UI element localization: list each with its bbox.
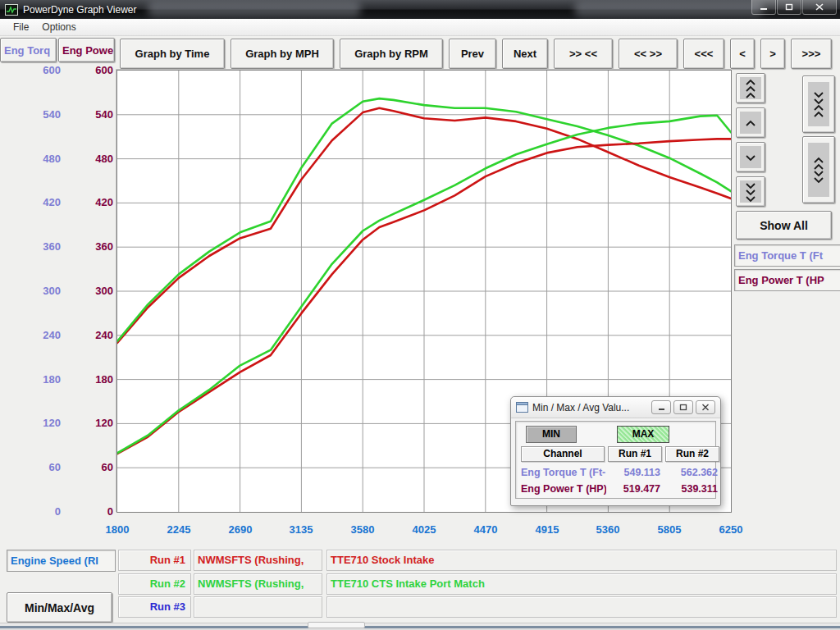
rpm-tick-4470: 4470 xyxy=(459,523,512,536)
run-desc-1[interactable]: TTE710 Stock Intake xyxy=(326,550,837,571)
chevron-up-icon xyxy=(740,112,761,134)
run-name-1[interactable]: NWMSFTS (Rushing, xyxy=(194,550,322,571)
power-tick-300: 300 xyxy=(56,284,113,299)
nav-button-[interactable]: >> << xyxy=(554,39,613,69)
chevron-down-button[interactable] xyxy=(736,142,765,172)
minmax-row: Eng Torque T (Ft-549.113562.362 xyxy=(521,467,710,478)
minmax-channel-name: Eng Power T (HP) xyxy=(521,483,606,495)
run-label-1[interactable]: Run #1 xyxy=(118,550,191,571)
nav-button-next[interactable]: Next xyxy=(502,39,548,69)
nav-button-[interactable]: > xyxy=(760,39,785,69)
power-tick-180: 180 xyxy=(56,372,113,387)
rpm-tick-5805: 5805 xyxy=(643,523,696,536)
minmax-window-body: MIN MAX ChannelRun #1Run #2 Eng Torque T… xyxy=(515,421,716,499)
nav-button-[interactable]: < xyxy=(730,39,755,69)
taskbar-fragment xyxy=(308,622,365,628)
minmax-window-title: Min / Max / Avg Valu... xyxy=(532,402,649,413)
close-icon[interactable] xyxy=(696,400,715,414)
power-tick-120: 120 xyxy=(56,416,113,431)
chevron-triple-down-icon xyxy=(740,180,761,203)
torque-tick-420: 420 xyxy=(3,195,61,210)
power-tick-60: 60 xyxy=(56,460,113,475)
torque-tick-120: 120 xyxy=(3,416,61,431)
show-all-button[interactable]: Show All xyxy=(736,211,832,240)
chevron-up-button[interactable] xyxy=(736,107,765,138)
rpm-tick-2245: 2245 xyxy=(153,523,205,536)
chevron-glyphs xyxy=(811,90,826,118)
torque-tick-180: 180 xyxy=(3,372,61,387)
restore-icon[interactable] xyxy=(673,400,693,414)
chevron-glyphs xyxy=(743,153,758,162)
chevron-glyphs xyxy=(743,78,758,99)
panel-channel-label-torque[interactable]: Eng Torque T (Ft xyxy=(734,244,840,267)
minimize-icon[interactable] xyxy=(651,400,671,414)
panel-channel-label-power[interactable]: Eng Power T (HP xyxy=(734,269,840,291)
chevron-up-up-down-down-button[interactable] xyxy=(802,136,835,203)
minmax-col-channel[interactable]: Channel xyxy=(521,446,605,462)
chevron-triple-up-icon xyxy=(740,77,761,99)
channel-button-group: Eng TorqEng Powe xyxy=(0,38,115,62)
nav-button-prev[interactable]: Prev xyxy=(449,39,496,69)
run-desc-3[interactable] xyxy=(326,596,837,618)
nav-button-graph-by-time[interactable]: Graph by Time xyxy=(120,39,225,69)
power-tick-600: 600 xyxy=(56,63,113,78)
minmax-run2-value: 562.362 xyxy=(667,467,721,478)
minmax-run1-value: 519.477 xyxy=(609,483,664,495)
chevron-glyphs xyxy=(743,119,758,127)
max-button[interactable]: MAX xyxy=(617,426,669,443)
nav-button-graph-by-rpm[interactable]: Graph by RPM xyxy=(340,39,443,69)
minimize-icon[interactable] xyxy=(751,0,776,15)
minmax-run1-value: 549.113 xyxy=(609,467,664,478)
minmax-col-run-2[interactable]: Run #2 xyxy=(665,446,719,462)
nav-button-graph-by-mph[interactable]: Graph by MPH xyxy=(231,39,334,69)
nav-button-[interactable]: <<< xyxy=(683,39,724,69)
minmax-window-titlebar[interactable]: Min / Max / Avg Valu... xyxy=(511,397,720,418)
app-icon xyxy=(5,4,18,16)
title-bar[interactable]: PowerDyne Graph Viewer xyxy=(0,0,840,19)
run-name-3[interactable] xyxy=(194,596,322,618)
torque-tick-300: 300 xyxy=(3,284,61,299)
form-window-icon xyxy=(516,402,528,413)
power-tick-420: 420 xyxy=(56,195,113,210)
channel-button-power[interactable]: Eng Powe xyxy=(58,38,115,62)
power-tick-360: 360 xyxy=(56,240,113,254)
run-label-3[interactable]: Run #3 xyxy=(118,596,191,618)
nav-button-[interactable]: >>> xyxy=(791,39,832,69)
power-tick-240: 240 xyxy=(56,328,113,343)
chevron-triple-down-button[interactable] xyxy=(736,176,765,207)
run-desc-2[interactable]: TTE710 CTS Intake Port Match xyxy=(326,573,837,595)
menu-file[interactable]: File xyxy=(7,20,35,34)
minmax-channel-name: Eng Torque T (Ft- xyxy=(521,467,606,478)
rpm-tick-3580: 3580 xyxy=(336,523,389,536)
torque-tick-0: 0 xyxy=(3,504,61,519)
rpm-tick-1800: 1800 xyxy=(91,523,144,536)
power-tick-540: 540 xyxy=(56,107,113,122)
torque-tick-360: 360 xyxy=(3,240,61,254)
minmax-col-run-1[interactable]: Run #1 xyxy=(608,446,662,462)
minmax-table-header: ChannelRun #1Run #2 xyxy=(521,446,710,462)
menu-options[interactable]: Options xyxy=(35,20,82,34)
menu-bar: FileOptions xyxy=(0,19,840,36)
chevron-glyphs xyxy=(811,156,826,184)
torque-tick-540: 540 xyxy=(3,107,61,122)
run-label-2[interactable]: Run #2 xyxy=(118,573,191,595)
chevron-triple-up-button[interactable] xyxy=(736,73,765,103)
nav-button-[interactable]: << >> xyxy=(619,39,678,69)
channel-button-torque[interactable]: Eng Torq xyxy=(0,38,57,62)
taskbar-edge xyxy=(0,626,840,628)
minmax-avg-window[interactable]: Min / Max / Avg Valu... MIN MAX ChannelR… xyxy=(510,396,721,506)
chevron-down-down-up-up-button[interactable] xyxy=(802,75,835,133)
minmaxavg-button[interactable]: Min/Max/Avg xyxy=(7,592,112,623)
power-tick-480: 480 xyxy=(56,152,113,167)
rpm-tick-4025: 4025 xyxy=(398,523,450,536)
torque-tick-600: 600 xyxy=(3,63,61,78)
chevron-glyphs xyxy=(743,181,758,203)
close-icon[interactable] xyxy=(802,0,837,15)
run-name-2[interactable]: NWMSFTS (Rushing, xyxy=(194,573,322,595)
maximize-icon[interactable] xyxy=(777,0,801,15)
torque-tick-60: 60 xyxy=(3,460,61,475)
x-channel-box[interactable]: Engine Speed (RI xyxy=(7,550,116,572)
chevron-down-icon xyxy=(740,146,761,168)
min-button[interactable]: MIN xyxy=(526,426,577,443)
chevron-down-down-up-up-icon xyxy=(808,82,829,126)
